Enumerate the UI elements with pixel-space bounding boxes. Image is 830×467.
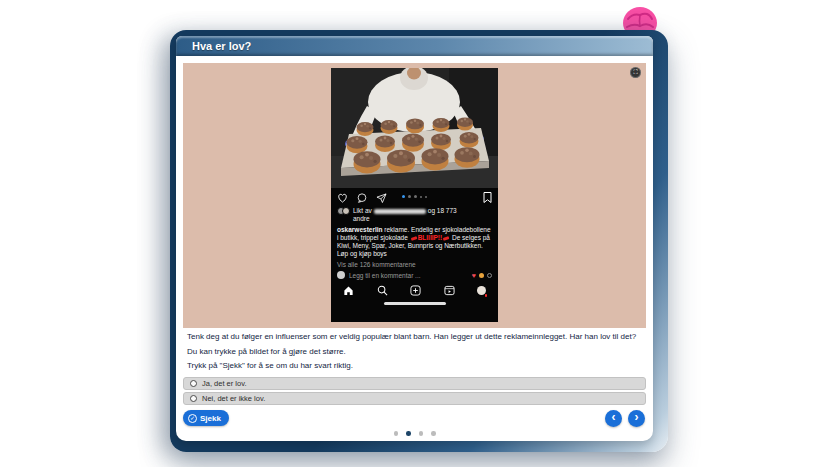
instagram-actions-row <box>331 190 498 205</box>
liked-by-row: Likt avog 18 773 andre <box>331 207 498 223</box>
new-post-icon <box>410 285 421 296</box>
prev-slide-button[interactable]: ‹ <box>605 410 622 427</box>
heart-emoji-icon: ♥ <box>472 272 476 279</box>
hands-emoji-icon <box>479 273 484 278</box>
carousel-dots <box>331 195 498 198</box>
question-line-3: Trykk på "Sjekk" for å se om du har svar… <box>187 361 639 371</box>
slide-dot-active[interactable] <box>406 431 411 436</box>
liked-by-text: Likt avog 18 773 andre <box>353 207 457 223</box>
instagram-post-image[interactable]: Likt avog 18 773 andre oskarwesterlin re… <box>331 68 498 322</box>
censor-scribble-left <box>410 236 416 240</box>
search-icon <box>377 285 388 296</box>
home-icon <box>343 285 354 296</box>
question-text: Tenk deg at du følger en influenser som … <box>187 332 639 376</box>
check-button-label: Sjekk <box>200 414 221 423</box>
page-title: Hva er lov? <box>192 40 251 52</box>
check-button[interactable]: ✓ Sjekk <box>183 410 229 426</box>
commenter-avatar <box>337 271 345 279</box>
answer-option-label: Ja, det er lov. <box>202 379 246 388</box>
answer-option-label: Nei, det er ikke lov. <box>202 394 265 403</box>
next-slide-button[interactable]: › <box>628 410 645 427</box>
answer-option-no[interactable]: Nei, det er ikke lov. <box>183 392 646 405</box>
slide-dot[interactable] <box>394 431 399 436</box>
quiz-card: Hva er lov? ⛶ <box>176 36 653 441</box>
media-panel: ⛶ <box>183 63 646 328</box>
home-indicator-bar <box>384 302 446 305</box>
instagram-tabbar <box>331 283 498 297</box>
answer-option-yes[interactable]: Ja, det er lov. <box>183 377 646 390</box>
radio-icon[interactable] <box>190 380 197 387</box>
censored-word: BLIIIIP!! <box>418 234 443 241</box>
radio-icon[interactable] <box>190 395 197 402</box>
instagram-photo <box>331 68 498 188</box>
question-line-1: Tenk deg at du følger en influenser som … <box>187 332 639 342</box>
instagram-caption: oskarwesterlin reklame. Endelig er sjoko… <box>331 226 498 258</box>
question-line-2: Du kan trykke på bildet for å gjøre det … <box>187 347 639 357</box>
emoji-picker-icon <box>487 273 492 278</box>
slide-dot[interactable] <box>419 431 424 436</box>
slide-pagination <box>176 431 653 436</box>
page: Hva er lov? ⛶ <box>0 0 830 467</box>
card-header: Hva er lov? <box>176 36 653 56</box>
check-circle-icon: ✓ <box>188 414 197 423</box>
add-comment-row: Legg til en kommentar ... ♥ <box>331 271 498 279</box>
view-comments-link: Vis alle 126 kommentarene <box>331 261 498 268</box>
slide-dot[interactable] <box>431 431 436 436</box>
blurred-username <box>374 209 426 214</box>
profile-avatar-icon <box>477 286 486 295</box>
quick-emoji-row: ♥ <box>472 272 492 279</box>
reels-icon <box>444 285 455 296</box>
add-comment-placeholder: Legg til en kommentar ... <box>349 272 421 279</box>
caption-username: oskarwesterlin <box>337 226 383 233</box>
fullscreen-icon[interactable]: ⛶ <box>630 67 641 78</box>
censor-scribble-right <box>443 236 449 240</box>
liker-avatars <box>337 207 353 217</box>
